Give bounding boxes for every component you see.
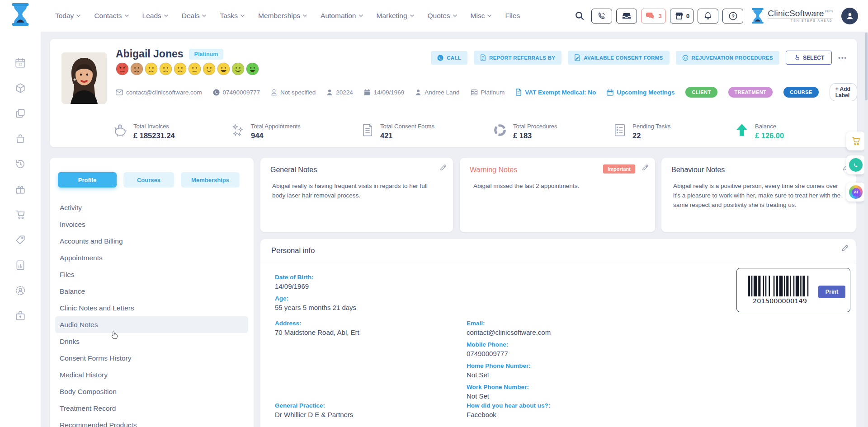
report-icon[interactable] bbox=[14, 259, 26, 271]
panel-list: ActivityInvoicesAccounts and BillingAppo… bbox=[50, 199, 254, 427]
nav-item-misc[interactable]: Misc bbox=[471, 12, 492, 20]
brand-tagline: TEN STEPS AHEAD bbox=[768, 19, 833, 23]
panel-item-activity[interactable]: Activity bbox=[55, 199, 248, 216]
tab-memberships[interactable]: Memberships bbox=[181, 172, 240, 188]
nav-item-label: Files bbox=[505, 12, 520, 20]
sidebar-brand-icon[interactable] bbox=[10, 3, 31, 26]
help-button[interactable]: ? bbox=[722, 9, 743, 23]
store-button[interactable]: 0 bbox=[670, 9, 694, 23]
panel-item-invoices[interactable]: Invoices bbox=[55, 216, 248, 233]
nav-item-marketing[interactable]: Marketing bbox=[377, 12, 414, 20]
panel-tabs: Profile Courses Memberships bbox=[58, 172, 240, 188]
search-icon[interactable] bbox=[575, 11, 585, 21]
history-icon[interactable] bbox=[14, 158, 26, 170]
mood-emoji-6[interactable] bbox=[188, 62, 201, 75]
person-icon bbox=[415, 89, 421, 96]
edit-pencil-icon[interactable] bbox=[439, 164, 447, 171]
mood-emoji-8[interactable] bbox=[217, 62, 230, 75]
nav-item-deals[interactable]: Deals bbox=[182, 12, 207, 20]
nav-item-label: Contacts bbox=[94, 12, 122, 20]
tab-profile[interactable]: Profile bbox=[58, 172, 117, 188]
mood-emoji-5[interactable] bbox=[174, 62, 187, 75]
mood-emoji-4[interactable] bbox=[159, 62, 172, 75]
panel-item-treatment-record[interactable]: Treatment Record bbox=[55, 400, 248, 417]
panel-item-body-composition[interactable]: Body Composition bbox=[55, 383, 248, 400]
mood-emoji-10[interactable] bbox=[246, 62, 259, 75]
phone-icon bbox=[849, 158, 863, 172]
chevron-down-icon bbox=[303, 14, 307, 17]
products-icon[interactable] bbox=[14, 82, 26, 94]
chevron-down-icon bbox=[76, 14, 80, 17]
inbox-button[interactable] bbox=[616, 9, 637, 23]
upcoming-meetings-link[interactable]: Upcoming Meetings bbox=[607, 89, 675, 96]
add-label-button[interactable]: + Add Label bbox=[830, 83, 857, 101]
nav-item-label: Marketing bbox=[377, 12, 407, 20]
shopping-bag-icon[interactable] bbox=[14, 133, 26, 145]
archive-icon bbox=[471, 89, 478, 96]
contact-not-specified: Not specified bbox=[271, 89, 316, 96]
contact-phone: 07490009777 bbox=[213, 89, 260, 96]
more-actions-button[interactable]: ••• bbox=[838, 54, 847, 61]
panel-item-recommended-products[interactable]: Recommended Products bbox=[55, 417, 248, 427]
dialer-button[interactable] bbox=[591, 9, 612, 23]
panel-item-files[interactable]: Files bbox=[55, 266, 248, 283]
case-lock-icon[interactable] bbox=[14, 310, 26, 322]
main-content: Abigail Jones Platinum contact@clinicsof… bbox=[41, 32, 868, 427]
mood-emoji-7[interactable] bbox=[203, 62, 216, 75]
call-button[interactable]: CALL bbox=[431, 51, 467, 65]
support-icon[interactable] bbox=[14, 285, 26, 296]
scrollbar-thumb[interactable] bbox=[865, 33, 868, 100]
mood-emoji-3[interactable] bbox=[145, 62, 158, 75]
nav-item-leads[interactable]: Leads bbox=[142, 12, 168, 20]
rejuvenation-icon bbox=[682, 55, 689, 61]
label-treatment[interactable]: TREATMENT bbox=[728, 87, 773, 98]
nav-item-tasks[interactable]: Tasks bbox=[220, 12, 245, 20]
edit-pencil-icon[interactable] bbox=[841, 244, 849, 252]
nav-item-contacts[interactable]: Contacts bbox=[94, 12, 128, 20]
panel-item-accounts-and-billing[interactable]: Accounts and Billing bbox=[55, 233, 248, 249]
select-button[interactable]: SELECT bbox=[786, 51, 832, 65]
panel-item-medical-history[interactable]: Medical History bbox=[55, 366, 248, 383]
chat-button[interactable]: 3 bbox=[641, 9, 666, 23]
consent-forms-button[interactable]: AVAILABLE CONSENT FORMS bbox=[568, 51, 669, 65]
calendar-icon[interactable]: 12 bbox=[14, 57, 26, 69]
nav-item-quotes[interactable]: Quotes bbox=[428, 12, 457, 20]
print-button[interactable]: Print bbox=[818, 286, 845, 298]
floating-ai-button[interactable]: AI bbox=[846, 183, 865, 202]
label-course[interactable]: COURSE bbox=[783, 87, 818, 98]
tab-courses[interactable]: Courses bbox=[123, 172, 174, 188]
panel-item-consent-forms-history[interactable]: Consent Forms History bbox=[55, 350, 248, 366]
panel-item-balance[interactable]: Balance bbox=[55, 283, 248, 300]
nav-item-memberships[interactable]: Memberships bbox=[258, 12, 307, 20]
panel-item-audio-notes[interactable]: Audio Notes bbox=[55, 316, 248, 333]
form-pen-icon bbox=[574, 54, 580, 61]
floating-cart-button[interactable] bbox=[846, 131, 865, 150]
nav-item-files[interactable]: Files bbox=[505, 12, 520, 20]
notifications-button[interactable] bbox=[698, 9, 718, 23]
price-tag-icon[interactable] bbox=[14, 234, 26, 246]
stat-total-procedures: Total Procedures£ 183 bbox=[493, 123, 557, 140]
top-nav: TodayContactsLeadsDealsTasksMembershipsA… bbox=[55, 0, 520, 32]
rejuvenation-button[interactable]: REJUVENATION PROCEDURES bbox=[676, 51, 780, 65]
panel-item-drinks[interactable]: Drinks bbox=[55, 333, 248, 350]
vat-exempt-link[interactable]: VAT Exempt Medical: No bbox=[515, 89, 596, 96]
cart-icon[interactable] bbox=[14, 209, 26, 221]
label-client[interactable]: CLIENT bbox=[685, 87, 717, 98]
edit-pencil-icon[interactable] bbox=[642, 164, 649, 171]
phone-icon bbox=[213, 89, 220, 96]
stat-total-invoices: Total Invoices£ 185231.24 bbox=[113, 123, 175, 140]
contact-membership: Platinum bbox=[471, 89, 505, 96]
duplicate-icon[interactable] bbox=[14, 108, 26, 119]
mood-emoji-1[interactable] bbox=[116, 62, 129, 75]
gift-icon[interactable] bbox=[14, 183, 26, 195]
user-menu-avatar[interactable] bbox=[841, 8, 858, 24]
mood-emoji-2[interactable] bbox=[130, 62, 143, 75]
store-count: 0 bbox=[686, 13, 690, 19]
nav-item-today[interactable]: Today bbox=[55, 12, 80, 20]
mood-emoji-9[interactable] bbox=[231, 62, 245, 75]
panel-item-clinic-notes-and-letters[interactable]: Clinic Notes and Letters bbox=[55, 300, 248, 316]
report-referrals-button[interactable]: REPORT REFERRALS BY bbox=[474, 51, 561, 65]
panel-item-appointments[interactable]: Appointments bbox=[55, 249, 248, 266]
nav-item-automation[interactable]: Automation bbox=[321, 12, 363, 20]
floating-phone-button[interactable] bbox=[846, 155, 865, 174]
